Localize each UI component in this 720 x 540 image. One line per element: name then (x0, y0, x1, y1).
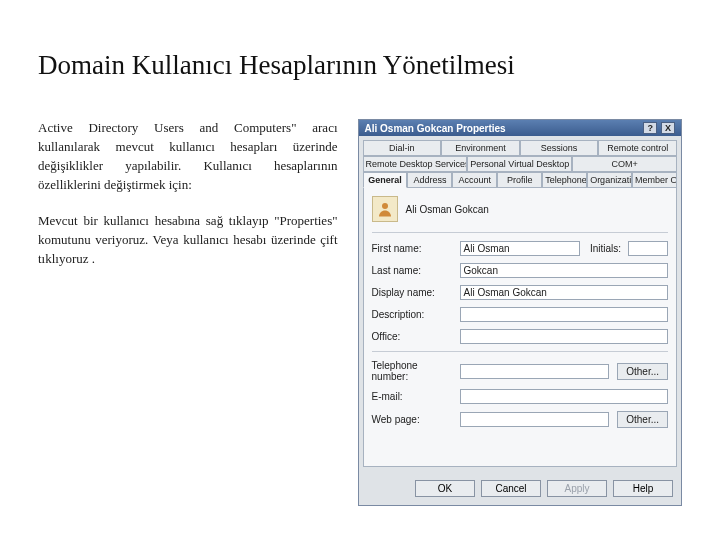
help-icon[interactable]: ? (643, 122, 657, 134)
webpage-other-button[interactable]: Other... (617, 411, 668, 428)
tab-memberof[interactable]: Member Of (632, 172, 677, 188)
tab-rds-profile[interactable]: Remote Desktop Services Profile (363, 156, 468, 172)
tab-telephones[interactable]: Telephones (542, 172, 587, 188)
help-button[interactable]: Help (613, 480, 673, 497)
user-icon (372, 196, 398, 222)
telephone-other-button[interactable]: Other... (617, 363, 668, 380)
svg-point-0 (382, 203, 388, 209)
tab-dialin[interactable]: Dial-in (363, 140, 442, 156)
description-input[interactable] (460, 307, 668, 322)
tab-environment[interactable]: Environment (441, 140, 520, 156)
telephone-label: Telephone number: (372, 360, 456, 382)
tab-strip: Dial-in Environment Sessions Remote cont… (359, 136, 681, 188)
display-name-input[interactable]: Ali Osman Gokcan (460, 285, 668, 300)
dialog-buttons: OK Cancel Apply Help (359, 474, 681, 505)
body-text: Active Directory Users and Computers" ar… (38, 119, 338, 287)
username-display: Ali Osman Gokcan (406, 204, 489, 215)
office-input[interactable] (460, 329, 668, 344)
tab-address[interactable]: Address (407, 172, 452, 188)
close-icon[interactable]: X (661, 122, 675, 134)
paragraph-1: Active Directory Users and Computers" ar… (38, 119, 338, 194)
tab-pvd[interactable]: Personal Virtual Desktop (467, 156, 572, 172)
slide-title: Domain Kullanıcı Hesaplarının Yönetilmes… (38, 50, 682, 81)
office-label: Office: (372, 331, 456, 342)
tab-remote-control[interactable]: Remote control (598, 140, 677, 156)
tab-general[interactable]: General (363, 172, 408, 188)
last-name-label: Last name: (372, 265, 456, 276)
webpage-label: Web page: (372, 414, 456, 425)
tab-complus[interactable]: COM+ (572, 156, 677, 172)
initials-input[interactable] (628, 241, 668, 256)
paragraph-2: Mevcut bir kullanıcı hesabına sağ tıklay… (38, 212, 338, 269)
webpage-input[interactable] (460, 412, 610, 427)
email-input[interactable] (460, 389, 668, 404)
general-panel: Ali Osman Gokcan First name: Ali Osman I… (363, 187, 677, 467)
tab-sessions[interactable]: Sessions (520, 140, 599, 156)
description-label: Description: (372, 309, 456, 320)
dialog-titlebar[interactable]: Ali Osman Gokcan Properties ? X (359, 120, 681, 136)
initials-label: Initials: (590, 243, 624, 254)
tab-account[interactable]: Account (452, 172, 497, 188)
tab-organization[interactable]: Organization (587, 172, 632, 188)
email-label: E-mail: (372, 391, 456, 402)
ok-button[interactable]: OK (415, 480, 475, 497)
first-name-label: First name: (372, 243, 456, 254)
dialog-title: Ali Osman Gokcan Properties (365, 123, 506, 134)
tab-profile[interactable]: Profile (497, 172, 542, 188)
telephone-input[interactable] (460, 364, 610, 379)
cancel-button[interactable]: Cancel (481, 480, 541, 497)
display-name-label: Display name: (372, 287, 456, 298)
properties-dialog: Ali Osman Gokcan Properties ? X Dial-in … (358, 119, 682, 506)
last-name-input[interactable]: Gokcan (460, 263, 668, 278)
first-name-input[interactable]: Ali Osman (460, 241, 580, 256)
window-controls: ? X (642, 122, 675, 134)
apply-button[interactable]: Apply (547, 480, 607, 497)
